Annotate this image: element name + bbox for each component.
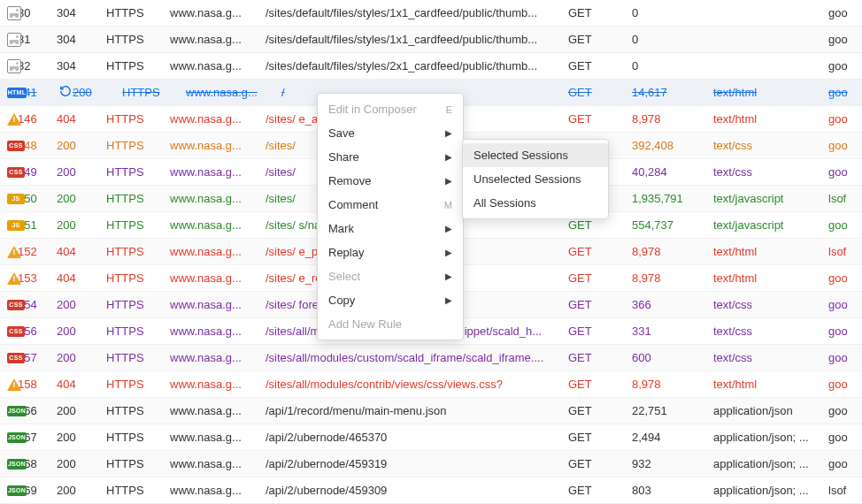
cell-protocol: HTTPS: [106, 245, 170, 258]
warning-icon: [7, 378, 21, 392]
cell-host: www.nasa.g...: [170, 325, 266, 338]
cell-cache: goo: [828, 86, 862, 99]
cell-protocol: HTTPS: [106, 33, 170, 46]
context-menu[interactable]: Edit in ComposerESave▶Share▶Remove▶Comme…: [317, 93, 464, 340]
cell-host: www.nasa.g...: [170, 112, 266, 126]
cell-result: 200: [57, 325, 106, 338]
cell-method: GET: [568, 351, 632, 364]
cell-result: 200: [57, 165, 106, 179]
cell-protocol: HTTPS: [106, 351, 170, 364]
cell-host: www.nasa.g...: [170, 298, 266, 311]
menu-item-comment[interactable]: CommentM: [318, 193, 463, 217]
table-row[interactable]: 81304HTTPSwww.nasa.g.../sites/default/fi…: [0, 27, 862, 53]
menu-item-select: Select▶: [318, 264, 463, 288]
cell-protocol: HTTPS: [106, 139, 170, 152]
cell-size: 8,978: [632, 271, 713, 285]
submenu-item-all-sessions[interactable]: All Sessions: [463, 191, 608, 215]
table-row[interactable]: JSON168200HTTPSwww.nasa.g.../api/2/ubern…: [0, 451, 862, 477]
cell-protocol: HTTPS: [106, 484, 170, 497]
cell-result: 200: [57, 139, 106, 152]
cell-method: GET: [568, 245, 632, 258]
cell-method: GET: [568, 112, 632, 126]
cell-url: /sites/all/modules/contrib/views/css/vie…: [266, 378, 568, 391]
reload-icon: [59, 85, 72, 97]
cell-content-type: text/html: [713, 245, 828, 258]
cell-size: 600: [632, 351, 713, 364]
submenu-arrow-icon: ▶: [445, 128, 452, 138]
menu-item-remove[interactable]: Remove▶: [318, 169, 463, 193]
menu-item-share[interactable]: Share▶: [318, 145, 463, 169]
cell-content-type: application/json; ...: [713, 457, 828, 470]
menu-item-copy[interactable]: Copy▶: [318, 288, 463, 312]
cell-host: www.nasa.g...: [170, 271, 266, 285]
cell-protocol: HTTPS: [106, 404, 170, 417]
submenu-arrow-icon: ▶: [445, 176, 452, 186]
cell-method: GET: [568, 431, 632, 444]
json-file-icon: JSON: [7, 404, 27, 418]
cell-content-type: text/html: [713, 378, 828, 391]
cell-cache: goo: [828, 378, 862, 391]
html-file-icon: HTML: [7, 86, 27, 100]
cell-host: www.nasa.g...: [170, 404, 266, 417]
js-file-icon: JS: [7, 218, 25, 233]
cell-cache: goo: [828, 351, 862, 364]
submenu-arrow-icon: ▶: [445, 271, 452, 281]
cell-method: GET: [568, 6, 632, 19]
submenu-item-selected-sessions[interactable]: Selected Sessions: [463, 143, 608, 167]
submenu-arrow-icon: ▶: [445, 224, 452, 233]
menu-item-replay[interactable]: Replay▶: [318, 241, 463, 264]
cell-cache: goo: [828, 139, 862, 152]
cell-cache: goo: [828, 271, 862, 285]
table-row[interactable]: 158404HTTPSwww.nasa.g.../sites/all/modul…: [0, 371, 862, 398]
table-row[interactable]: 82304HTTPSwww.nasa.g.../sites/default/fi…: [0, 53, 862, 80]
cell-size: 0: [632, 59, 713, 73]
cell-cache: lsof: [828, 484, 862, 497]
cell-content-type: text/css: [713, 165, 828, 179]
table-row[interactable]: CSS157200HTTPSwww.nasa.g.../sites/all/mo…: [0, 345, 862, 371]
cell-result: 304: [57, 59, 106, 73]
menu-item-label: Comment: [328, 198, 378, 211]
cell-protocol: HTTPS: [106, 378, 170, 391]
cell-size: 803: [632, 484, 713, 497]
cell-method: GET: [568, 86, 632, 99]
cell-url: /api/2/ubernode/459319: [266, 457, 568, 470]
cell-size: 366: [632, 298, 713, 311]
cell-protocol: HTTPS: [106, 165, 170, 179]
cell-cache: goo: [828, 6, 862, 19]
cell-result: 200: [57, 431, 106, 444]
cell-host: www.nasa.g...: [170, 218, 266, 232]
cell-size: 8,978: [632, 378, 713, 391]
menu-item-mark[interactable]: Mark▶: [318, 217, 463, 241]
image-icon: [7, 6, 21, 20]
context-submenu[interactable]: Selected SessionsUnselected SessionsAll …: [462, 139, 609, 219]
submenu-item-unselected-sessions[interactable]: Unselected Sessions: [463, 167, 608, 191]
submenu-item-label: Selected Sessions: [473, 149, 568, 162]
cell-host: www.nasa.g...: [170, 6, 266, 19]
menu-item-save[interactable]: Save▶: [318, 121, 463, 145]
cell-size: 22,751: [632, 404, 713, 417]
table-row[interactable]: JSON169200HTTPSwww.nasa.g.../api/2/ubern…: [0, 477, 862, 504]
table-row[interactable]: JSON167200HTTPSwww.nasa.g.../api/2/ubern…: [0, 424, 862, 451]
cell-cache: goo: [828, 59, 862, 73]
cell-size: 0: [632, 33, 713, 46]
menu-item-label: Select: [328, 270, 360, 283]
table-row[interactable]: 80304HTTPSwww.nasa.g.../sites/default/fi…: [0, 0, 862, 27]
cell-size: 554,737: [632, 218, 713, 232]
cell-url: /sites/default/files/styles/1x1_cardfeed…: [266, 6, 568, 19]
cell-content-type: text/css: [713, 139, 828, 152]
json-file-icon: JSON: [7, 457, 27, 471]
table-row[interactable]: JSON166200HTTPSwww.nasa.g.../api/1/recor…: [0, 398, 862, 424]
css-file-icon: CSS: [7, 325, 25, 339]
menu-item-label: Remove: [328, 174, 371, 187]
cell-size: 8,978: [632, 245, 713, 258]
css-file-icon: CSS: [7, 351, 25, 365]
cell-protocol: HTTPS: [122, 86, 186, 99]
cell-content-type: text/html: [713, 86, 828, 99]
menu-hint: E: [446, 104, 452, 115]
cell-result: 200: [73, 86, 122, 99]
cell-size: 932: [632, 457, 713, 470]
cell-result: 404: [57, 112, 106, 126]
menu-item-edit-in-composer: Edit in ComposerE: [318, 97, 463, 121]
cell-host: www.nasa.g...: [170, 192, 266, 205]
cell-url: /sites/default/files/styles/1x1_cardfeed…: [266, 33, 568, 46]
